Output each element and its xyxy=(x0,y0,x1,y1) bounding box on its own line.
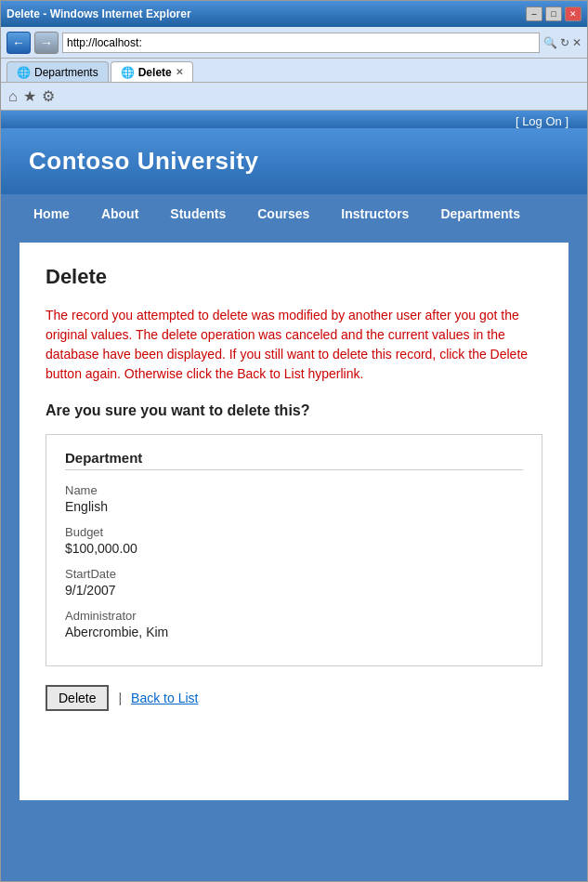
tab-departments[interactable]: 🌐 Departments xyxy=(7,61,109,82)
address-bar: ← → 🔍 ↻ ✕ xyxy=(1,27,587,59)
toolbar-row: ⌂ ★ ⚙ xyxy=(1,83,587,111)
details-legend: Department xyxy=(65,450,523,470)
field-value-administrator: Abercrombie, Kim xyxy=(65,625,523,639)
title-bar-controls: – □ ✕ xyxy=(526,7,581,21)
delete-button[interactable]: Delete xyxy=(46,685,109,711)
confirm-question: Are you sure you want to delete this? xyxy=(46,402,542,419)
minimize-button[interactable]: – xyxy=(526,7,542,21)
details-box: Department Name English Budget $100,000.… xyxy=(46,434,542,666)
field-name: Name English xyxy=(65,483,523,514)
logon-bar: [ Log On ] xyxy=(1,111,587,128)
search-icon[interactable]: 🔍 xyxy=(543,36,557,49)
nav-courses[interactable]: Courses xyxy=(243,200,323,228)
content-outer: Delete The record you attempted to delet… xyxy=(1,233,587,881)
nav-students[interactable]: Students xyxy=(156,200,240,228)
close-button[interactable]: ✕ xyxy=(565,7,581,21)
back-to-list-link[interactable]: Back to List xyxy=(131,691,198,705)
field-administrator: Administrator Abercrombie, Kim xyxy=(65,609,523,639)
favorites-icon[interactable]: ★ xyxy=(23,87,36,105)
actions-row: Delete | Back to List xyxy=(46,685,542,711)
back-button[interactable]: ← xyxy=(7,32,31,54)
window-title: Delete - Windows Internet Explorer xyxy=(7,7,191,20)
field-startdate: StartDate 9/1/2007 xyxy=(65,567,523,598)
error-message: The record you attempted to delete was m… xyxy=(46,306,542,384)
nav-bar: Home About Students Courses Instructors … xyxy=(1,194,587,233)
address-input[interactable] xyxy=(62,33,540,53)
stop-icon[interactable]: ✕ xyxy=(572,36,581,49)
content-box: Delete The record you attempted to delet… xyxy=(20,243,568,800)
tabs-bar: 🌐 Departments 🌐 Delete ✕ xyxy=(1,59,587,83)
nav-home[interactable]: Home xyxy=(20,200,84,228)
refresh-icon[interactable]: ↻ xyxy=(560,36,569,49)
field-budget: Budget $100,000.00 xyxy=(65,525,523,556)
forward-button[interactable]: → xyxy=(34,32,59,54)
browser-window: Delete - Windows Internet Explorer – □ ✕… xyxy=(0,0,588,882)
app-title: Contoso University xyxy=(29,147,258,175)
nav-about[interactable]: About xyxy=(87,200,152,228)
tab-close-icon[interactable]: ✕ xyxy=(176,67,183,77)
tab-icon: 🌐 xyxy=(17,66,31,79)
app-header: Contoso University xyxy=(1,128,587,194)
home-icon[interactable]: ⌂ xyxy=(8,88,18,105)
field-label-startdate: StartDate xyxy=(65,567,523,581)
tab-label: Departments xyxy=(34,66,98,79)
field-value-name: English xyxy=(65,499,523,514)
tab-label: Delete xyxy=(138,66,172,79)
maximize-button[interactable]: □ xyxy=(545,7,562,21)
tab-delete[interactable]: 🌐 Delete ✕ xyxy=(111,61,193,82)
field-value-startdate: 9/1/2007 xyxy=(65,583,523,598)
field-label-budget: Budget xyxy=(65,525,523,539)
tab-icon: 🌐 xyxy=(121,66,135,79)
logon-link[interactable]: [ Log On ] xyxy=(516,114,568,128)
separator: | xyxy=(118,691,122,705)
nav-instructors[interactable]: Instructors xyxy=(327,200,423,228)
title-bar: Delete - Windows Internet Explorer – □ ✕ xyxy=(1,1,587,27)
nav-departments[interactable]: Departments xyxy=(426,200,534,228)
page-heading: Delete xyxy=(46,265,542,289)
field-label-name: Name xyxy=(65,483,523,497)
settings-icon[interactable]: ⚙ xyxy=(42,87,55,105)
field-label-administrator: Administrator xyxy=(65,609,523,623)
address-icons: 🔍 ↻ ✕ xyxy=(543,36,581,49)
field-value-budget: $100,000.00 xyxy=(65,541,523,556)
